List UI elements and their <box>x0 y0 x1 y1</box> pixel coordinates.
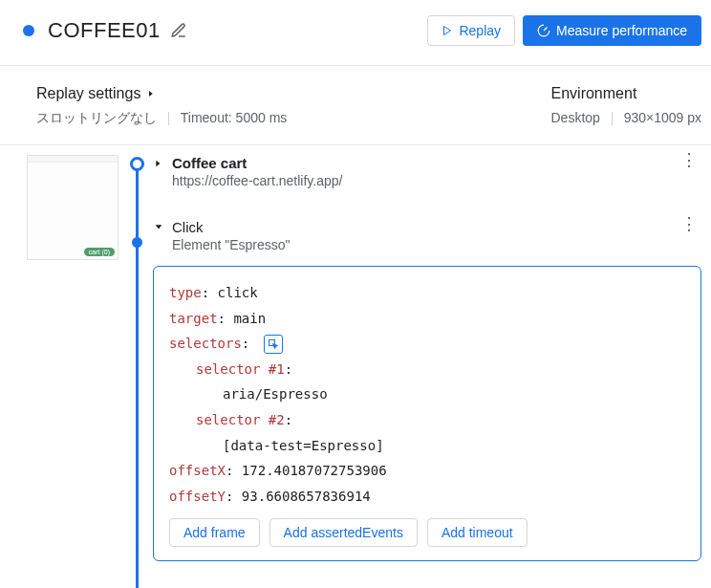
recording-indicator <box>23 25 34 36</box>
detail-val-offsetx: : 172.40187072753906 <box>226 463 387 478</box>
detail-key-offsetx: offsetX <box>169 463 226 478</box>
gauge-icon <box>537 24 550 37</box>
detail-val-selectors: : <box>242 336 249 351</box>
settings-row: Replay settings スロットリングなし Timeout: 5000 … <box>0 66 711 145</box>
detail-key-offsety: offsetY <box>169 489 226 504</box>
add-timeout-button[interactable]: Add timeout <box>427 518 528 547</box>
detail-val-target: : main <box>218 311 267 326</box>
throttling-value: スロットリングなし <box>36 110 157 125</box>
detail-key-sel1: selector #1 <box>196 361 285 377</box>
separator <box>168 112 169 125</box>
page-thumbnail[interactable]: cart (0) <box>27 155 118 260</box>
separator <box>612 112 613 125</box>
detail-key-target: target <box>169 311 218 326</box>
step-title: Coffee cart <box>172 155 247 171</box>
add-asserted-events-button[interactable]: Add assertedEvents <box>269 518 418 547</box>
detail-key-type: type <box>169 285 202 300</box>
replay-button[interactable]: Replay <box>427 15 515 46</box>
measure-button-label: Measure performance <box>556 23 687 38</box>
step-item-click: Click Element "Espresso" ⋮ type: click t… <box>153 219 701 561</box>
step-menu-button[interactable]: ⋮ <box>680 155 698 164</box>
steps-list: Coffee cart https://coffee-cart.netlify.… <box>147 155 701 580</box>
step-header[interactable]: Click <box>153 219 701 235</box>
environment-device: Desktop <box>551 110 600 125</box>
replay-button-label: Replay <box>459 23 501 38</box>
step-menu-button[interactable]: ⋮ <box>680 219 698 229</box>
step-item-navigate: Coffee cart https://coffee-cart.netlify.… <box>153 155 701 188</box>
detail-val-sel2: : <box>285 412 292 427</box>
environment-size: 930×1009 px <box>624 110 701 125</box>
timeline-step-marker <box>132 237 142 248</box>
replay-settings-header[interactable]: Replay settings <box>36 85 532 102</box>
play-icon <box>442 25 453 36</box>
selector-picker-icon[interactable] <box>264 335 283 354</box>
svg-marker-2 <box>156 161 160 167</box>
step-subtitle: https://coffee-cart.netlify.app/ <box>172 173 701 188</box>
timeout-value: Timeout: 5000 ms <box>181 110 288 125</box>
thumbnail-topbar <box>28 156 118 163</box>
environment-header: Environment <box>551 85 702 102</box>
detail-val-offsety: : 93.6608657836914 <box>226 489 371 504</box>
step-header[interactable]: Coffee cart <box>153 155 701 171</box>
measure-performance-button[interactable]: Measure performance <box>523 15 701 46</box>
svg-marker-3 <box>156 225 162 229</box>
thumbnail-cart-badge: cart (0) <box>84 248 115 256</box>
timeline-line <box>136 163 139 588</box>
chevron-right-icon <box>153 158 164 169</box>
content-area: cart (0) Coffee cart https://coffee-cart… <box>0 145 711 588</box>
add-frame-button[interactable]: Add frame <box>169 518 260 547</box>
detail-key-selectors: selectors <box>169 336 242 351</box>
detail-key-sel2: selector #2 <box>196 412 285 427</box>
step-title: Click <box>172 219 204 235</box>
step-detail-panel: type: click target: main selectors: sele… <box>153 266 701 561</box>
detail-val-type: : click <box>202 285 258 300</box>
timeline-start-marker <box>130 157 144 171</box>
recording-title: COFFEE01 <box>48 18 161 43</box>
svg-marker-0 <box>444 27 451 35</box>
replay-settings-label: Replay settings <box>36 85 140 102</box>
detail-val-sel1: : <box>285 361 292 377</box>
edit-icon[interactable] <box>170 22 187 39</box>
timeline <box>126 155 147 580</box>
detail-sel1-value: aria/Espresso <box>223 386 328 402</box>
step-subtitle: Element "Espresso" <box>172 237 701 252</box>
environment-label: Environment <box>551 85 637 102</box>
header-bar: COFFEE01 Replay Measure performance <box>0 0 711 66</box>
svg-marker-1 <box>149 91 153 97</box>
chevron-down-icon <box>153 222 164 231</box>
detail-sel2-value: [data-test=Espresso] <box>223 438 384 453</box>
chevron-right-icon <box>146 88 155 99</box>
